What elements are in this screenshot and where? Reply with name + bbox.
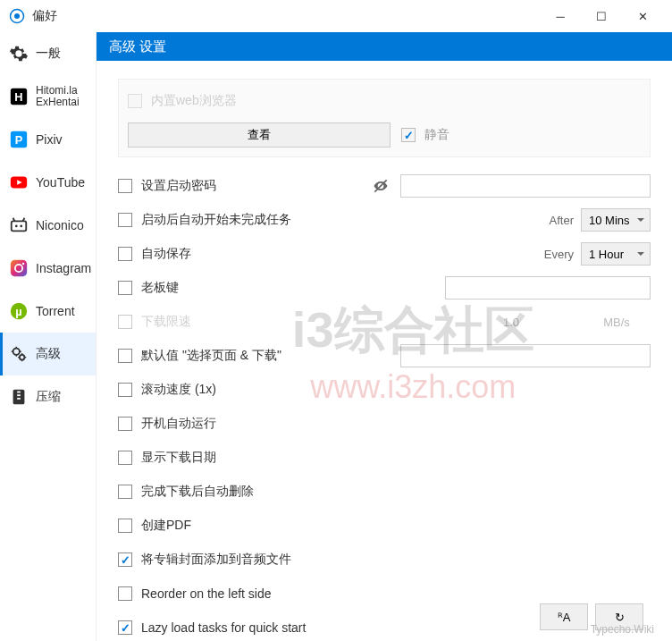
svg-point-14 [22,263,24,265]
sidebar-item-label: 一般 [36,46,61,62]
boss-key-checkbox[interactable] [118,281,132,295]
sidebar-item-general[interactable]: 一般 [0,32,96,75]
sidebar-item-pixiv[interactable]: P Pixiv [0,118,96,161]
after-label: After [550,214,574,227]
boss-key-input[interactable] [445,276,651,299]
auto-run-label: 开机自动运行 [141,416,216,432]
header-title: 高级 设置 [109,38,166,55]
niconico-icon [9,215,29,235]
sidebar-item-label: Hitomi.la ExHentai [36,85,80,108]
limit-unit: MB/s [590,316,643,329]
auto-run-checkbox[interactable] [118,417,132,431]
lazy-load-checkbox[interactable] [118,620,132,635]
auto-delete-label: 完成下载后自动删除 [141,484,254,500]
auto-resume-label: 启动后自动开始未完成任务 [141,212,291,228]
svg-rect-20 [17,392,21,393]
startup-password-input[interactable] [400,174,651,198]
main-container: 一般 H Hitomi.la ExHentai P Pixiv YouTube … [0,32,672,641]
titlebar: 偏好 ─ ☐ ✕ [0,0,672,32]
mute-label: 静音 [424,127,449,143]
builtin-browser-label: 内置web浏览器 [151,93,237,109]
sidebar-item-label: Pixiv [36,132,63,147]
minimize-button[interactable]: ─ [540,0,581,32]
reorder-left-checkbox[interactable] [118,586,132,601]
maximize-button[interactable]: ☐ [581,0,622,32]
svg-rect-22 [17,398,21,400]
youtube-icon [9,173,29,192]
sidebar-item-label: Torrent [36,304,75,318]
sidebar: 一般 H Hitomi.la ExHentai P Pixiv YouTube … [0,32,97,641]
sidebar-item-instagram[interactable]: Instagram [0,247,96,290]
mute-checkbox [401,128,416,142]
zip-icon [9,387,29,407]
auto-save-label: 自动保存 [141,246,191,262]
view-button[interactable]: 查看 [128,122,391,148]
settings-scroll[interactable]: i3综合社区 www.i3zh.com 内置web浏览器 查看 静音 [97,61,672,641]
builtin-browser-checkbox [128,94,142,108]
sidebar-item-niconico[interactable]: Niconico [0,204,96,247]
every-label: Every [544,248,574,261]
show-date-label: 显示下载日期 [141,450,216,466]
font-button[interactable]: ᴿA [540,603,588,630]
album-cover-checkbox[interactable] [118,552,132,567]
sidebar-item-compress[interactable]: 压缩 [0,375,96,418]
window-title: 偏好 [32,8,540,24]
after-select[interactable]: 10 Mins [581,208,651,232]
svg-rect-21 [17,394,21,396]
svg-text:µ: µ [15,305,21,318]
svg-text:P: P [15,133,23,147]
builtin-browser-section: 内置web浏览器 查看 静音 [118,79,651,157]
content-area: 高级 设置 i3综合社区 www.i3zh.com 内置web浏览器 查看 静音 [97,32,672,641]
hitomi-icon: H [9,87,29,106]
every-select[interactable]: 1 Hour [581,242,651,266]
scroll-speed-label: 滚动速度 (1x) [141,382,216,398]
scroll-speed-checkbox[interactable] [118,383,132,397]
svg-point-1 [14,13,20,19]
default-select-label: 默认值 "选择页面 & 下载" [141,348,281,364]
sidebar-item-youtube[interactable]: YouTube [0,161,96,204]
show-date-checkbox[interactable] [118,451,132,465]
close-button[interactable]: ✕ [622,0,663,32]
gear-icon [9,44,29,63]
sidebar-item-label: Instagram [36,261,91,275]
sidebar-item-advanced[interactable]: 高级 [0,333,96,375]
torrent-icon: µ [9,301,29,321]
svg-point-17 [13,349,20,355]
svg-rect-7 [12,221,27,231]
svg-point-10 [15,225,18,228]
limit-value: 1.0 [440,316,583,329]
startup-password-checkbox[interactable] [118,179,132,193]
download-limit-label: 下载限速 [141,314,191,330]
app-icon [9,8,25,24]
auto-resume-checkbox[interactable] [118,213,132,227]
lazy-load-label: Lazy load tasks for quick start [141,620,306,635]
sidebar-item-label: 压缩 [36,389,61,405]
create-pdf-checkbox[interactable] [118,519,132,533]
svg-point-18 [20,355,24,360]
download-limit-checkbox[interactable] [118,315,132,329]
eye-off-icon[interactable] [372,177,390,195]
album-cover-label: 将专辑封面添加到音频文件 [141,552,291,568]
auto-save-checkbox[interactable] [118,247,132,261]
content-header: 高级 设置 [97,32,672,61]
sidebar-item-torrent[interactable]: µ Torrent [0,290,96,333]
sidebar-item-label: YouTube [36,175,85,190]
default-select-checkbox[interactable] [118,349,132,363]
reorder-left-label: Reorder on the left side [141,586,272,601]
startup-password-label: 设置启动密码 [141,178,216,194]
sidebar-item-label: Niconico [36,218,84,232]
create-pdf-label: 创建PDF [141,518,191,534]
auto-delete-checkbox[interactable] [118,485,132,499]
default-select-input[interactable] [400,344,651,367]
svg-rect-12 [11,260,27,276]
svg-text:H: H [14,90,22,104]
boss-key-label: 老板键 [141,280,179,296]
pixiv-icon: P [9,130,29,149]
gears-icon [9,344,29,364]
sidebar-item-hitomi[interactable]: H Hitomi.la ExHentai [0,75,96,118]
watermark-corner: Typecho.Wiki [591,623,654,636]
sidebar-item-label: 高级 [36,346,61,362]
svg-point-11 [20,225,22,228]
instagram-icon [9,258,29,278]
